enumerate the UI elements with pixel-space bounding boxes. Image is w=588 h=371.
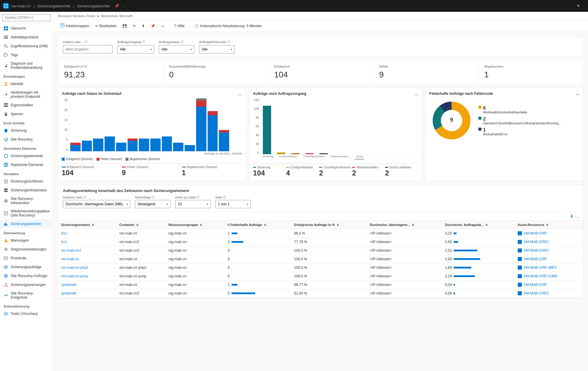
edit-button[interactable]: ✏ Bearbeiten [93, 23, 119, 29]
info-order[interactable]: ⓘ [152, 195, 154, 199]
sidebar-item-siterecoveryinfra[interactable]: Site Recovery-Infrastruktur [0, 195, 53, 207]
chart2-more[interactable]: ... [415, 91, 418, 96]
share-button[interactable]: ⬆ [139, 23, 147, 29]
sidebar-item-replicated[interactable]: Replizierte Elemente [0, 160, 53, 169]
refresh-icon: ↻ [133, 24, 136, 28]
sidebar-item-protocols[interactable]: Protokolle [0, 254, 53, 263]
sidebar-item-backuppolicies[interactable]: Sicherungsrichtlinien [0, 177, 53, 186]
info-icon-3[interactable]: ⓘ [181, 40, 184, 44]
azure-link[interactable]: VM-MAB-CRR2 [524, 248, 549, 253]
errorcode-select[interactable]: Alle [199, 45, 234, 53]
download-button[interactable]: ⬇ [570, 214, 574, 219]
vm-icon [518, 240, 522, 244]
info-page[interactable]: ⓘ [223, 195, 226, 199]
chart3-more[interactable]: ... [576, 91, 579, 96]
sidebar-item-warnings[interactable]: ! Warnungen [0, 236, 53, 245]
azure-link[interactable]: VM-MAB-CRR [524, 283, 547, 287]
sidebar-item-properties[interactable]: Eigenschaften [0, 101, 53, 110]
sidebar-item-backup[interactable]: Sicherung [0, 126, 53, 135]
sidebar-item-siterecovery[interactable]: Site Recovery [0, 135, 53, 144]
instance-link[interactable]: hn1 [61, 240, 67, 244]
kpi-row: Erfolgreich in % 91,23 SucceededWithWarn… [58, 60, 583, 84]
more-icon[interactable]: ... [121, 4, 124, 8]
col-container[interactable]: Container ⇅ [116, 221, 165, 229]
instance-link[interactable]: hn1 [61, 231, 67, 235]
page-select[interactable]: 1 von 1 [215, 200, 251, 208]
col-instance[interactable]: Sicherungsinstanz ⇅ [58, 221, 116, 229]
save-button[interactable]: 💾 [120, 23, 129, 29]
bar-sicherung [263, 106, 271, 154]
sidebar-item-backupjobs[interactable]: Sicherungsaufträge [0, 263, 53, 271]
azure-link[interactable]: VM-MAB-CRR2 [524, 291, 549, 295]
azure-link[interactable]: VM-MAB-CRR2 [524, 240, 549, 244]
table-toolbar: ⬇ ... [58, 212, 583, 221]
instance-link[interactable]: systemdb [61, 291, 76, 295]
sidebar-item-diagsettings[interactable]: Diagnoseeinstellungen [0, 245, 53, 254]
workbooks-button[interactable]: Arbeitsmappen [58, 22, 92, 30]
close-button[interactable]: ✕ [571, 0, 585, 12]
sidebar-item-overview[interactable]: Übersicht [0, 24, 53, 33]
info-rows[interactable]: ⓘ [197, 195, 200, 199]
instance-link[interactable]: vm-mab-crr-jmp2 [61, 266, 88, 270]
sidebar-item-backupwarnings[interactable]: ! Sicherungswarnungen [0, 280, 53, 289]
sidebar-item-iam[interactable]: Zugriffssteuerung (IAM) [0, 42, 53, 51]
col-resource-group[interactable]: Ressourcengruppe ⇅ [165, 221, 225, 229]
sidebar-item-locks[interactable]: Sperren [0, 110, 53, 118]
jobtype-select-wrapper: Alle Sicherung Wiederherstellen [117, 45, 154, 53]
info-icon[interactable]: ⓘ [84, 40, 87, 44]
sidebar-item-identity[interactable]: Identität [0, 79, 53, 88]
table-more-button[interactable]: ... [576, 214, 579, 219]
order-select[interactable]: Absteigend Aufsteigend [135, 200, 170, 208]
chart2-bars-inner [260, 98, 418, 154]
azure-link[interactable]: VM-MAB-CRR [524, 231, 547, 235]
col-failed[interactable]: # Fehlerhafte Aufträge ⇅ [225, 221, 291, 229]
sort-select[interactable]: Durchschn. übertragene Daten (MB) [63, 200, 130, 208]
azure-link[interactable]: VM-MAB-CRR [524, 257, 547, 261]
sidebar-item-tags[interactable]: Tags [0, 51, 53, 59]
sort-select-wrapper: Durchschn. übertragene Daten (MB) [63, 200, 130, 208]
col-avg-dur[interactable]: Durchschn. Auftragsda... ⇅ [442, 221, 515, 229]
search-input[interactable] [2, 14, 51, 21]
azure-link[interactable]: VM-MAB-CRR-JMP2 [524, 266, 557, 270]
col-avg-data[interactable]: Durchschn. übertragene... ⇅ [367, 221, 442, 229]
sidebar-item-tasks[interactable]: Tasks (Vorschau) [0, 309, 53, 318]
auto-refresh-button[interactable]: 🕐 Automatische Aktualisierung: 5 Minuten [192, 23, 264, 29]
pin-icon[interactable]: 📌 [115, 4, 119, 8]
info-icon-4[interactable]: ⓘ [227, 40, 230, 44]
sidebar-item-backupitems[interactable]: Sicherungselemente [0, 152, 53, 160]
sidebar-item-recovery-plans[interactable]: Wiederherstellungspläne (Site Recovery) [0, 207, 53, 219]
col-azure[interactable]: Azure-Ressource ⇅ [515, 221, 583, 229]
sidebar-item-backupinfra[interactable]: Sicherungsinfrastruktur [0, 186, 53, 195]
svg-rect-26 [4, 191, 8, 192]
info-icon-2[interactable]: ⓘ [142, 40, 145, 44]
jobstatus-select[interactable]: Alle Erfolgreich Fehler [159, 45, 194, 53]
svg-rect-7 [6, 29, 8, 30]
emoji-button[interactable]: ☺ [159, 23, 167, 29]
sidebar-item-activity[interactable]: Aktivitätsprotokoll [0, 33, 53, 42]
instance-link[interactable]: vm-mab-crr2 [61, 248, 81, 253]
rows-select[interactable]: 10 25 50 [175, 200, 211, 208]
donut-legend: 6 WorkloadExtensionNotReachable 2 Operat… [478, 105, 537, 136]
instance-link[interactable]: vm-mab-crr [61, 257, 79, 261]
jobtype-select[interactable]: Alle Sicherung Wiederherstellen [117, 45, 154, 53]
pin-button[interactable]: 📌 [148, 23, 157, 29]
instance-link[interactable]: vm-mab-crr-jump [61, 274, 88, 278]
sidebar-item-backup-reports[interactable]: Sicherungsberichte [0, 219, 53, 228]
sidebar-item-siterecoveryevents[interactable]: Site Recovery-Ereignisse [0, 289, 53, 302]
sidebar-item-siterecoveryjobs[interactable]: Site Recovery-Aufträge [0, 271, 53, 280]
azure-link[interactable]: VM-MAB-CRR-JUMP [524, 274, 558, 278]
info-sort[interactable]: ⓘ [83, 195, 86, 199]
refresh-button[interactable]: ↻ [131, 23, 138, 29]
instance-input[interactable] [63, 45, 113, 53]
cell-avg-dur: 2,93 [442, 255, 515, 263]
manage-section-label: Verwalten [0, 169, 53, 177]
sidebar-item-diagnose[interactable]: Diagnose und Problembehandlung [0, 59, 53, 72]
chart1-more[interactable]: ... [238, 91, 242, 96]
col-success-pct[interactable]: Erfolgreiche Aufträge in % ⇅ [291, 221, 367, 229]
instance-link[interactable]: systemdb [61, 283, 76, 287]
bar-success [219, 132, 229, 151]
help-button[interactable]: ? Hilfe [172, 23, 187, 29]
svg-rect-39 [4, 257, 8, 260]
task-icon [4, 311, 8, 316]
sidebar-item-private[interactable]: Verbindungen mit privatem Endpunkt [0, 88, 53, 101]
